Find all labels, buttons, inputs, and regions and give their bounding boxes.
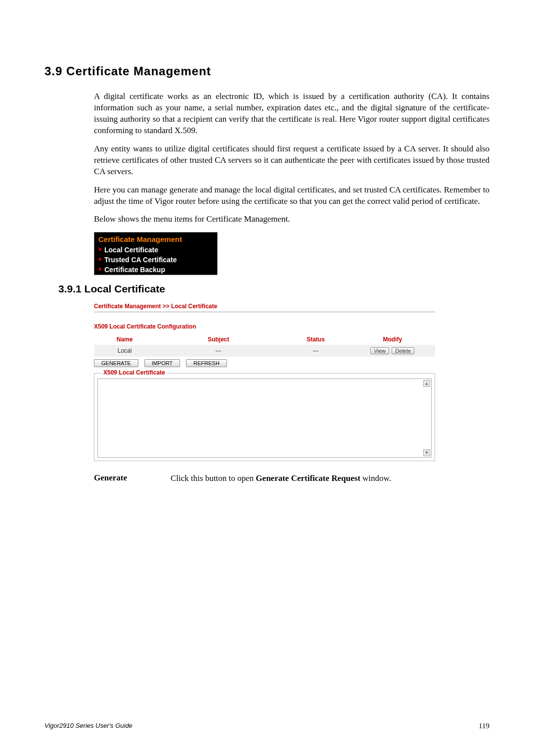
subsection-heading: 3.9.1 Local Certificate <box>58 283 490 295</box>
section-number: 3.9 <box>44 64 62 78</box>
sidebar-item-local-certificate[interactable]: Local Certificate <box>94 245 217 255</box>
breadcrumb: Certificate Management >> Local Certific… <box>94 300 435 312</box>
sidebar-item-label: Local Certificate <box>104 246 158 254</box>
subsection-title-text: Local Certificate <box>85 283 165 294</box>
footer-page-number: 119 <box>479 722 490 730</box>
col-status: Status <box>281 334 350 345</box>
cell-subject: --- <box>155 345 281 357</box>
config-section-title: X509 Local Certificate Configuration <box>94 323 435 330</box>
col-name: Name <box>94 334 155 345</box>
paragraph-4: Below shows the menu items for Certifica… <box>94 214 490 225</box>
desc-bold: Generate Certificate Request <box>256 473 360 483</box>
sidebar-menu: Certificate Management Local Certificate… <box>94 232 218 275</box>
generate-button[interactable]: GENERATE <box>94 359 138 367</box>
sidebar-item-certificate-backup[interactable]: Certificate Backup <box>94 265 217 275</box>
sidebar-item-label: Certificate Backup <box>104 266 165 274</box>
description-label: Generate <box>94 473 171 484</box>
cell-name: Local <box>94 345 155 357</box>
fieldset-legend: X509 Local Certificate <box>101 369 167 376</box>
refresh-button[interactable]: REFRESH <box>186 359 227 367</box>
table-header-row: Name Subject Status Modify <box>94 334 435 345</box>
scroll-up-icon[interactable]: ▲ <box>423 380 430 387</box>
desc-suffix: window. <box>360 473 391 483</box>
cell-modify: View Delete <box>350 345 435 357</box>
paragraph-3: Here you can manage generate and manage … <box>94 185 490 207</box>
desc-prefix: Click this button to open <box>171 473 256 483</box>
delete-button[interactable]: Delete <box>392 347 414 354</box>
footer-guide-title: Vigor2910 Series User's Guide <box>44 722 133 730</box>
description-text: Click this button to open Generate Certi… <box>171 473 490 484</box>
table-row: Local --- --- View Delete <box>94 345 435 357</box>
certificate-table: Name Subject Status Modify Local --- ---… <box>94 334 435 357</box>
action-button-row: GENERATE IMPORT REFRESH <box>94 359 435 367</box>
cell-status: --- <box>281 345 350 357</box>
paragraph-1: A digital certificate works as an electr… <box>94 91 490 137</box>
description-row: Generate Click this button to open Gener… <box>94 473 490 484</box>
sidebar-menu-title: Certificate Management <box>94 233 217 245</box>
paragraph-2: Any entity wants to utilize digital cert… <box>94 143 490 178</box>
certificate-textarea[interactable]: ▲ ▼ <box>97 378 432 458</box>
page-footer: Vigor2910 Series User's Guide 119 <box>44 722 490 730</box>
sidebar-item-trusted-ca[interactable]: Trusted CA Certificate <box>94 255 217 265</box>
col-modify: Modify <box>350 334 435 345</box>
subsection-number: 3.9.1 <box>58 283 82 294</box>
section-heading: 3.9 Certificate Management <box>44 64 490 78</box>
x509-fieldset: X509 Local Certificate ▲ ▼ <box>94 373 435 461</box>
view-button[interactable]: View <box>370 347 389 354</box>
sidebar-item-label: Trusted CA Certificate <box>104 256 177 264</box>
local-certificate-panel: Certificate Management >> Local Certific… <box>94 300 435 461</box>
section-title-text: Certificate Management <box>66 64 211 78</box>
import-button[interactable]: IMPORT <box>144 359 180 367</box>
col-subject: Subject <box>155 334 281 345</box>
scroll-down-icon[interactable]: ▼ <box>423 449 430 456</box>
